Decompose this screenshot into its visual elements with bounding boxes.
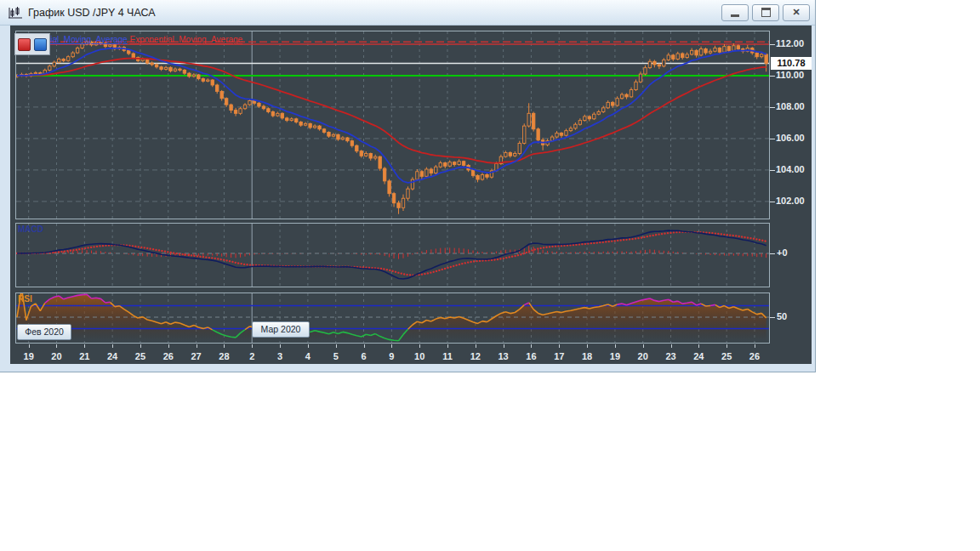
rsi-axis-tick — [770, 317, 775, 318]
restore-icon — [761, 8, 771, 17]
macd-label: MACD — [18, 224, 43, 234]
time-axis-label: 5 — [325, 351, 347, 361]
desktop-background: График USD /JPY 4 ЧАСА ✕ Exponential_Mov… — [0, 0, 980, 551]
time-axis-label: 4 — [297, 351, 319, 361]
price-axis-tick — [770, 139, 775, 139]
time-axis-tick — [197, 344, 197, 348]
time-axis-tick — [168, 344, 169, 348]
rsi-label: RSI — [18, 294, 32, 304]
time-axis-label: 9 — [380, 351, 402, 361]
chart-app-icon — [7, 6, 24, 20]
time-axis-tick — [364, 344, 365, 348]
price-axis-tick — [770, 44, 775, 45]
price-axis-label: 102.00 — [776, 196, 805, 206]
time-axis-label: 27 — [185, 351, 208, 361]
time-axis-tick — [419, 344, 420, 348]
time-axis-tick — [587, 344, 588, 348]
chart-client-area: Exponential_Moving_Average.Exponential_M… — [10, 26, 812, 364]
time-axis-tick — [726, 344, 727, 348]
time-axis-tick — [56, 344, 57, 348]
time-axis-label: 24 — [101, 351, 123, 361]
time-axis-tick — [531, 344, 532, 348]
price-axis-label: 106.00 — [776, 133, 805, 143]
rsi-mid-axis-label: 50 — [777, 311, 787, 321]
price-chart-panel[interactable] — [15, 31, 770, 219]
time-axis-label: 25 — [129, 351, 151, 361]
bearish-candle-style-button[interactable] — [18, 38, 31, 51]
window-title: График USD /JPY 4 ЧАСА — [28, 7, 156, 19]
time-axis-label: 12 — [464, 351, 487, 361]
time-axis-label: 3 — [269, 351, 291, 361]
time-axis-tick — [391, 344, 392, 348]
restore-button[interactable] — [752, 4, 779, 21]
macd-panel[interactable] — [15, 223, 770, 287]
time-axis-label: 26 — [157, 351, 179, 361]
price-axis-label: 104.00 — [776, 164, 805, 174]
macd-axis-tick — [770, 253, 775, 254]
month-label-mar: Мар 2020 — [252, 321, 310, 338]
chart-toolbar — [14, 33, 50, 55]
time-axis-tick — [84, 344, 85, 348]
time-axis-tick — [643, 344, 644, 348]
time-axis-tick — [447, 344, 448, 348]
time-axis-tick — [476, 344, 476, 348]
time-axis-label: 21 — [73, 351, 95, 361]
close-button[interactable]: ✕ — [783, 4, 810, 21]
time-axis-label: 11 — [436, 351, 459, 361]
time-axis-label: 20 — [45, 351, 67, 361]
time-axis-tick — [140, 344, 141, 348]
time-axis-label: 16 — [520, 351, 542, 361]
minimize-button[interactable] — [721, 4, 749, 21]
window-controls: ✕ — [721, 4, 810, 21]
time-axis-tick — [224, 344, 225, 348]
rsi-panel[interactable] — [15, 293, 770, 344]
month-label-feb: Фев 2020 — [17, 324, 71, 340]
time-axis: 1920212425262728234569101112131617181920… — [10, 350, 812, 364]
price-axis-tick — [770, 170, 775, 171]
time-axis-label: 24 — [687, 351, 709, 361]
macd-zero-axis-label: +0 — [777, 247, 788, 258]
time-axis-label: 18 — [576, 351, 598, 361]
time-axis-label: 19 — [18, 351, 40, 361]
time-axis-label: 19 — [604, 351, 626, 361]
close-icon: ✕ — [792, 8, 800, 17]
price-axis-tick — [770, 202, 775, 202]
time-axis-label: 2 — [241, 351, 263, 361]
time-axis-tick — [336, 344, 337, 348]
time-axis-tick — [698, 344, 699, 348]
chart-window: График USD /JPY 4 ЧАСА ✕ Exponential_Mov… — [0, 0, 815, 372]
time-axis-label: 10 — [408, 351, 430, 361]
legend-ema-slow-label: Exponential_Moving_Average — [129, 35, 242, 44]
time-axis-label: 28 — [213, 351, 235, 361]
time-axis-tick — [280, 344, 281, 348]
time-axis-tick — [308, 344, 309, 348]
time-axis-tick — [559, 344, 560, 348]
current-price-tag: 110.78 — [771, 57, 812, 70]
time-axis-tick — [112, 344, 113, 348]
time-axis-tick — [252, 344, 253, 348]
time-axis-tick — [755, 344, 755, 348]
price-axis-tick — [770, 76, 775, 77]
time-axis-tick — [671, 344, 672, 348]
price-axis-label: 108.00 — [776, 101, 805, 111]
time-axis-label: 6 — [353, 351, 375, 361]
time-axis-label: 17 — [548, 351, 570, 361]
window-titlebar[interactable]: График USD /JPY 4 ЧАСА ✕ — [0, 0, 815, 26]
price-axis-tick — [770, 107, 775, 108]
price-axis-label: 110.00 — [776, 70, 804, 80]
minimize-icon — [731, 14, 739, 17]
bullish-candle-style-button[interactable] — [34, 38, 47, 51]
time-axis-label: 20 — [632, 351, 654, 361]
time-axis-tick — [504, 344, 504, 348]
time-axis-tick — [29, 344, 30, 348]
time-axis-label: 26 — [744, 351, 766, 361]
price-axis-label: 112.00 — [776, 38, 804, 48]
time-axis-label: 13 — [493, 351, 515, 361]
time-axis-tick — [615, 344, 616, 348]
time-axis-label: 23 — [660, 351, 682, 361]
time-axis-label: 25 — [715, 351, 738, 361]
